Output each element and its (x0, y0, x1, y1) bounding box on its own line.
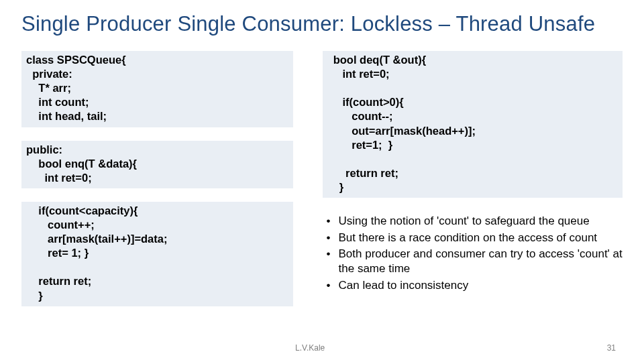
slide-title: Single Producer Single Consumer: Lockles… (21, 12, 623, 36)
code-deq: bool deq(T &out){ int ret=0; if(count>0)… (323, 51, 623, 198)
bullet-item: Using the notion of 'count' to safeguard… (327, 214, 623, 229)
code-class-decl: class SPSCQueue{ private: T* arr; int co… (21, 51, 293, 127)
bullet-item: Can lead to inconsistency (327, 278, 623, 293)
content-columns: class SPSCQueue{ private: T* arr; int co… (21, 51, 623, 306)
bullet-item: But there is a race condition on the acc… (327, 231, 623, 245)
slide: Single Producer Single Consumer: Lockles… (0, 0, 644, 362)
footer-author: L.V.Kale (295, 343, 325, 353)
code-enq-body: if(count<capacity){ count++; arr[mask(ta… (21, 202, 293, 306)
right-column: bool deq(T &out){ int ret=0; if(count>0)… (323, 51, 623, 306)
left-column: class SPSCQueue{ private: T* arr; int co… (21, 51, 293, 306)
footer-page: 31 (607, 343, 616, 353)
bullet-item: Both producer and consumer can try to ac… (327, 247, 623, 277)
bullet-list: Using the notion of 'count' to safeguard… (323, 214, 623, 294)
code-enq-head: public: bool enq(T &data){ int ret=0; (21, 141, 293, 188)
